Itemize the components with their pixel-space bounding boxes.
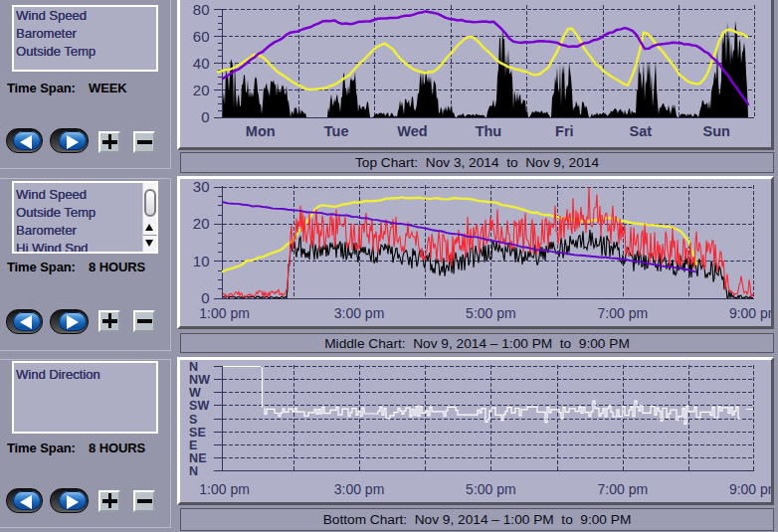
svg-text:60: 60: [193, 28, 210, 45]
svg-text:9:00 pm: 9:00 pm: [729, 481, 778, 497]
svg-text:10: 10: [193, 253, 210, 269]
svg-text:40: 40: [193, 55, 210, 72]
svg-text:SE: SE: [189, 426, 206, 440]
svg-text:Wed: Wed: [397, 123, 427, 139]
svg-text:Sun: Sun: [702, 123, 729, 139]
svg-text:80: 80: [193, 1, 210, 18]
svg-text:Thu: Thu: [476, 123, 502, 139]
svg-text:N: N: [189, 464, 198, 478]
svg-text:30: 30: [193, 178, 210, 195]
svg-text:3:00 pm: 3:00 pm: [334, 305, 385, 321]
svg-text:SW: SW: [189, 399, 210, 413]
svg-text:3:00 pm: 3:00 pm: [334, 481, 385, 497]
svg-text:7:00 pm: 7:00 pm: [598, 481, 649, 497]
svg-text:E: E: [189, 439, 198, 452]
svg-text:20: 20: [193, 82, 210, 98]
svg-text:S: S: [189, 413, 198, 427]
svg-text:20: 20: [193, 215, 210, 232]
svg-text:NW: NW: [189, 373, 210, 387]
svg-text:W: W: [189, 386, 201, 400]
svg-text:Mon: Mon: [246, 123, 276, 139]
svg-text:1:00 pm: 1:00 pm: [199, 481, 250, 497]
svg-text:1:00 pm: 1:00 pm: [199, 305, 250, 321]
svg-text:0: 0: [201, 108, 209, 125]
svg-text:N: N: [189, 360, 198, 374]
svg-text:Tue: Tue: [324, 123, 349, 139]
svg-text:9:00 pm: 9:00 pm: [729, 305, 778, 321]
svg-text:NE: NE: [189, 451, 207, 465]
svg-text:0: 0: [201, 289, 209, 306]
svg-text:7:00 pm: 7:00 pm: [598, 305, 649, 321]
svg-text:Fri: Fri: [555, 123, 574, 139]
svg-text:Sat: Sat: [629, 123, 652, 139]
svg-text:5:00 pm: 5:00 pm: [466, 481, 516, 497]
svg-text:5:00 pm: 5:00 pm: [466, 305, 516, 321]
